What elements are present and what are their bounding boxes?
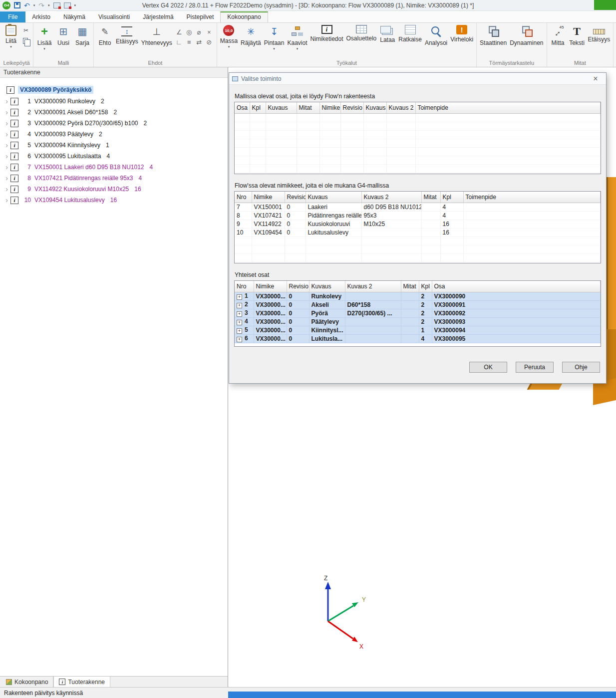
ribbon-button-et-isyys[interactable]: Etäisyys bbox=[587, 24, 612, 44]
ribbon-tab-pistepilvet[interactable]: Pistepilvet bbox=[180, 11, 221, 22]
undo-dropdown-icon[interactable]: ▾ bbox=[33, 3, 35, 7]
column-header[interactable]: Kuvaus bbox=[266, 102, 297, 113]
copy-icon[interactable] bbox=[23, 38, 28, 44]
column-header[interactable]: Mitat bbox=[421, 192, 440, 203]
ribbon-button-virheloki[interactable]: Virheloki bbox=[449, 24, 475, 44]
column-header[interactable]: Kuvaus bbox=[363, 102, 386, 113]
column-header[interactable]: Kpl bbox=[440, 192, 463, 203]
column-header[interactable]: Nimike bbox=[319, 102, 340, 113]
chevron-right-icon[interactable]: › bbox=[3, 164, 10, 171]
table-row[interactable]: +5VX30000...0Kiinnitysl...1VX3000094 bbox=[235, 326, 601, 334]
column-header[interactable]: Kuvaus 2 bbox=[361, 192, 421, 203]
model-part[interactable] bbox=[606, 177, 616, 329]
column-header[interactable]: Nro bbox=[235, 192, 252, 203]
ok-button[interactable]: OK bbox=[469, 362, 507, 373]
table-row[interactable]: +6VX30000...0Lukitusla...4VX3000095 bbox=[235, 334, 601, 343]
expand-icon[interactable]: + bbox=[237, 303, 242, 308]
tree-item[interactable]: ›2VX3000091 Akseli D60*1582 bbox=[0, 107, 228, 118]
equal-icon[interactable]: ≡ bbox=[185, 38, 194, 46]
column-header[interactable]: Osa bbox=[235, 102, 250, 113]
table-row[interactable]: 8VX1074210Pidätinrengas reiälle95x34 bbox=[235, 211, 601, 220]
ribbon-tab-visualisointi[interactable]: Visualisointi bbox=[92, 11, 136, 22]
column-header[interactable]: Nimike bbox=[254, 281, 287, 292]
ribbon-button-mitta[interactable]: Mitta bbox=[549, 24, 568, 47]
chevron-right-icon[interactable]: › bbox=[3, 131, 10, 138]
column-header[interactable]: Nimike bbox=[252, 192, 285, 203]
ribbon-tab-file[interactable]: File bbox=[0, 11, 25, 22]
ribbon-tab-n-kym[interactable]: Näkymä bbox=[57, 11, 92, 22]
ribbon-button-teksti[interactable]: Teksti bbox=[568, 24, 587, 47]
column-header[interactable]: Mitat bbox=[401, 281, 419, 292]
column-header[interactable]: Kuvaus 2 bbox=[345, 281, 401, 292]
column-header[interactable]: Nro bbox=[235, 281, 254, 292]
panel-tab-tuoterakenne[interactable]: Tuoterakenne bbox=[53, 677, 110, 687]
tree-item[interactable]: ›8VX107421 Pidätinrengas reiälle 95x34 bbox=[0, 173, 228, 184]
table-row[interactable]: +2VX30000...0AkseliD60*1582VX3000091 bbox=[235, 300, 601, 309]
cross-icon[interactable]: × bbox=[205, 28, 214, 36]
tree-item[interactable]: ›4VX3000093 Päätylevy2 bbox=[0, 129, 228, 140]
ribbon-button-et-isyys[interactable]: Etäisyys bbox=[114, 24, 140, 46]
diameter-icon[interactable]: ⌀ bbox=[195, 28, 204, 36]
slash-icon[interactable]: ⊘ bbox=[205, 38, 214, 46]
ribbon-button-osaluettelo[interactable]: Osaluettelo bbox=[345, 24, 378, 43]
g4-logo-icon[interactable]: G4 bbox=[2, 1, 10, 9]
ribbon-button-sarja[interactable]: Sarja bbox=[73, 24, 92, 47]
ribbon-tab-arkisto[interactable]: Arkisto bbox=[25, 11, 57, 22]
angle-icon[interactable]: ∠ bbox=[175, 28, 184, 36]
ribbon-button-massa[interactable]: 10,0Massa▾ bbox=[219, 24, 239, 50]
ribbon-button-dynaaminen[interactable]: Dynaaminen bbox=[508, 24, 545, 47]
expand-icon[interactable]: + bbox=[237, 328, 242, 334]
chevron-right-icon[interactable]: › bbox=[3, 109, 10, 116]
table-row[interactable]: 9VX1149220KuusiokoloruuviM10x2516 bbox=[235, 220, 601, 228]
corner-icon[interactable]: ∟ bbox=[175, 38, 184, 46]
expand-icon[interactable]: + bbox=[237, 320, 242, 325]
redo-icon[interactable]: ↷ bbox=[38, 2, 44, 9]
concentric-icon[interactable]: ◎ bbox=[185, 28, 194, 36]
expand-icon[interactable]: + bbox=[237, 294, 242, 300]
table-row[interactable]: +3VX30000...0PyöräD270(/300/65) ...2VX30… bbox=[235, 309, 601, 317]
chevron-right-icon[interactable]: › bbox=[3, 197, 10, 204]
ribbon-button-yhtenevyys[interactable]: Yhtenevyys bbox=[140, 24, 174, 47]
ribbon-tab-j-rjestelm[interactable]: Järjestelmä bbox=[136, 11, 180, 22]
tree-item[interactable]: ›5VX3000094 Kiinnityslevy1 bbox=[0, 140, 228, 151]
expand-icon[interactable]: + bbox=[237, 311, 242, 317]
column-header[interactable]: Kuvaus bbox=[306, 192, 361, 203]
redo-dropdown-icon[interactable]: ▾ bbox=[48, 3, 50, 7]
undo-icon[interactable]: ↶ bbox=[24, 2, 30, 9]
column-header[interactable]: Kpl bbox=[250, 102, 266, 113]
ribbon-button-lis[interactable]: Lisää▾ bbox=[35, 24, 54, 52]
ribbon-button-pintaan[interactable]: Pintaan▾ bbox=[263, 24, 286, 52]
table-row[interactable]: 10VX1094540Lukitusaluslevy16 bbox=[235, 228, 601, 236]
ribbon-button-ehto[interactable]: Ehto bbox=[95, 24, 114, 47]
model-part[interactable] bbox=[606, 329, 616, 383]
column-header[interactable]: Toimenpide bbox=[415, 102, 601, 113]
ribbon-button-lataa[interactable]: Lataa bbox=[378, 24, 397, 44]
ribbon-button-r-j-yt[interactable]: Räjäytä bbox=[239, 24, 263, 47]
ribbon-button-uusi[interactable]: Uusi bbox=[54, 24, 73, 47]
column-header[interactable]: Kpl bbox=[419, 281, 432, 292]
ribbon-button-analysoi[interactable]: Analysoi bbox=[423, 24, 449, 47]
chevron-right-icon[interactable]: › bbox=[3, 142, 10, 149]
peruuta-button[interactable]: Peruuta bbox=[516, 362, 554, 373]
ribbon-button-nimiketiedot[interactable]: Nimiketiedot bbox=[309, 24, 345, 43]
refresh-model-icon[interactable] bbox=[64, 2, 71, 8]
3d-viewport[interactable]: Z Y X Valitse toiminto × Mallissa olevat… bbox=[228, 67, 616, 692]
column-header[interactable]: Mitat bbox=[297, 102, 319, 113]
ribbon-tab-kokoonpano[interactable]: Kokoonpano bbox=[220, 11, 268, 22]
table-row[interactable]: +1VX30000...0Runkolevy2VX3000090 bbox=[235, 292, 601, 300]
column-header[interactable]: Revisio bbox=[287, 281, 309, 292]
save-icon[interactable] bbox=[14, 2, 20, 8]
chevron-right-icon[interactable]: › bbox=[3, 98, 10, 105]
chevron-right-icon[interactable]: › bbox=[3, 175, 10, 182]
ribbon-button-ratkaise[interactable]: Ratkaise bbox=[397, 24, 423, 44]
tree-item[interactable]: ›10VX109454 Lukitusaluslevy16 bbox=[0, 195, 228, 206]
table-row[interactable]: +4VX30000...0Päätylevy2VX3000093 bbox=[235, 317, 601, 326]
chevron-right-icon[interactable]: › bbox=[3, 120, 10, 127]
tree-item[interactable]: ›7VX150001 Laakeri d60 D95 B18 NU10124 bbox=[0, 162, 228, 173]
column-header[interactable]: Revisio bbox=[340, 102, 363, 113]
tree-root-item[interactable]: VX3000089 Pyöräyksikkö bbox=[0, 84, 228, 95]
tree-item[interactable]: ›3VX3000092 Pyörä D270(/300/65) b1002 bbox=[0, 118, 228, 129]
ohje-button[interactable]: Ohje bbox=[562, 362, 600, 373]
column-header[interactable]: Osa bbox=[432, 281, 601, 292]
chevron-right-icon[interactable]: › bbox=[3, 153, 10, 160]
